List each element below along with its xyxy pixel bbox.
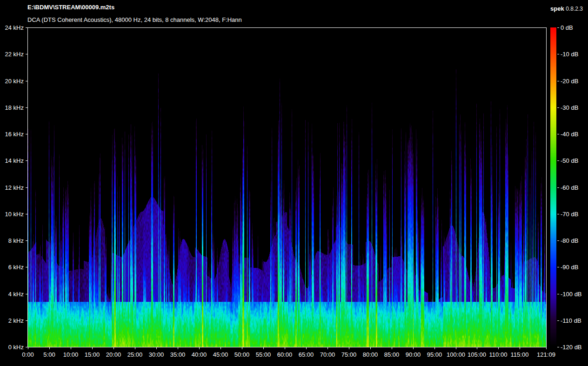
frequency-tick xyxy=(26,27,27,28)
db-tick xyxy=(557,107,559,108)
time-tick xyxy=(199,347,200,349)
audio-info-subtitle: DCA (DTS Coherent Acoustics), 48000 Hz, … xyxy=(27,16,242,23)
time-tick xyxy=(242,347,242,349)
time-tick xyxy=(263,347,264,349)
db-tick-label: -110 dB xyxy=(561,317,581,324)
time-tick-label: 50:00 xyxy=(234,351,250,358)
db-tick-label: -80 dB xyxy=(561,237,578,244)
file-path-title: E:\BDMV\STREAM\00009.m2ts xyxy=(27,4,114,11)
time-tick xyxy=(434,347,435,349)
frequency-tick-label: 14 kHz xyxy=(0,157,24,164)
db-tick-label: -50 dB xyxy=(561,157,578,164)
frequency-tick xyxy=(26,267,27,267)
app-version: 0.8.2.3 xyxy=(566,6,583,12)
time-tick-label: 65:00 xyxy=(299,351,314,358)
time-tick-label: 95:00 xyxy=(427,351,442,358)
db-tick xyxy=(557,134,559,134)
time-tick xyxy=(392,347,392,349)
frequency-tick-label: 8 kHz xyxy=(0,237,24,244)
frequency-tick-label: 22 kHz xyxy=(0,51,24,58)
frequency-tick-label: 16 kHz xyxy=(0,131,24,138)
time-tick-label: 70:00 xyxy=(320,351,335,358)
time-tick-label: 35:00 xyxy=(170,351,186,358)
time-tick xyxy=(92,347,93,349)
frequency-tick-label: 4 kHz xyxy=(0,291,24,298)
time-tick-label: 60:00 xyxy=(277,351,293,358)
frequency-tick-label: 10 kHz xyxy=(0,211,24,218)
app-name: spek xyxy=(550,5,564,12)
frequency-tick xyxy=(26,320,27,321)
db-tick-label: -70 dB xyxy=(561,211,578,218)
spectrogram-canvas xyxy=(28,28,546,347)
time-tick xyxy=(370,347,371,349)
db-tick-label: -100 dB xyxy=(561,291,582,298)
db-tick xyxy=(557,294,559,294)
time-tick xyxy=(520,347,520,349)
frequency-tick-label: 24 kHz xyxy=(0,24,24,31)
frequency-tick xyxy=(26,54,27,54)
db-tick xyxy=(557,187,559,188)
time-tick xyxy=(413,347,414,349)
time-tick xyxy=(498,347,499,349)
time-tick xyxy=(456,347,456,349)
time-tick-label: 20:00 xyxy=(106,351,121,358)
app-brand: spek 0.8.2.3 xyxy=(550,5,583,12)
frequency-tick xyxy=(26,240,27,241)
frequency-tick xyxy=(26,347,27,347)
time-tick xyxy=(49,347,50,349)
time-tick xyxy=(327,347,328,349)
time-tick xyxy=(156,347,157,349)
frequency-tick-label: 2 kHz xyxy=(0,317,24,324)
time-tick-label: 0:00 xyxy=(22,351,33,358)
time-tick-label: 80:00 xyxy=(363,351,378,358)
frequency-tick xyxy=(26,134,27,134)
time-tick xyxy=(71,347,71,349)
db-tick xyxy=(557,27,559,28)
time-tick xyxy=(546,347,547,349)
db-tick xyxy=(557,347,559,347)
frequency-tick xyxy=(26,107,27,108)
time-tick-label: 75:00 xyxy=(341,351,357,358)
frequency-tick-label: 20 kHz xyxy=(0,78,24,85)
db-tick-label: 0 dB xyxy=(561,24,573,31)
db-tick-label: -40 dB xyxy=(561,131,578,138)
frequency-tick-label: 0 kHz xyxy=(0,344,24,351)
time-tick-label: 30:00 xyxy=(149,351,164,358)
time-tick-label: 90:00 xyxy=(406,351,421,358)
frequency-tick xyxy=(26,160,27,161)
time-tick-label: 100:00 xyxy=(447,351,465,358)
time-tick-label: 110:00 xyxy=(489,351,508,358)
time-tick-label: 105:00 xyxy=(468,351,486,358)
time-tick-label: 115:00 xyxy=(511,351,529,358)
time-tick-label: 45:00 xyxy=(213,351,228,358)
frequency-tick-label: 6 kHz xyxy=(0,264,24,271)
time-tick xyxy=(178,347,178,349)
db-tick-label: -90 dB xyxy=(561,264,578,271)
db-tick-label: -120 dB xyxy=(561,344,582,351)
time-tick-label: 121:09 xyxy=(537,351,555,358)
spek-window: E:\BDMV\STREAM\00009.m2ts DCA (DTS Coher… xyxy=(0,0,588,366)
time-tick-label: 15:00 xyxy=(85,351,100,358)
db-tick xyxy=(557,54,559,54)
db-tick xyxy=(557,81,559,81)
legend-gradient-bar xyxy=(550,27,556,347)
time-tick xyxy=(135,347,135,349)
time-tick xyxy=(285,347,285,349)
frequency-tick xyxy=(26,187,27,188)
time-tick-label: 25:00 xyxy=(127,351,143,358)
db-tick-label: -30 dB xyxy=(561,104,578,111)
db-tick-label: -60 dB xyxy=(561,184,578,191)
frequency-tick-label: 12 kHz xyxy=(0,184,24,191)
frequency-tick xyxy=(26,294,27,294)
time-tick-label: 85:00 xyxy=(384,351,400,358)
time-tick xyxy=(220,347,221,349)
time-tick xyxy=(349,347,349,349)
db-tick xyxy=(557,267,559,267)
time-tick-label: 5:00 xyxy=(43,351,55,358)
db-tick-label: -10 dB xyxy=(561,51,578,58)
db-tick-label: -20 dB xyxy=(561,78,578,85)
db-tick xyxy=(557,240,559,241)
time-tick xyxy=(477,347,477,349)
frequency-tick xyxy=(26,81,27,81)
time-tick-label: 55:00 xyxy=(256,351,271,358)
